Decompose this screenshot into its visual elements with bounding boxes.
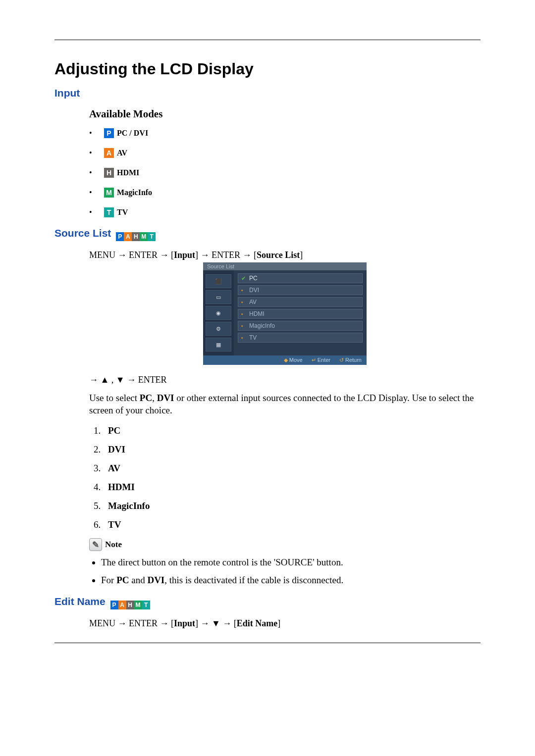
osd-body: ⬛ ▭ ◉ ⚙ ▦ ✔PC ▪DVI ▪AV ▪HDMI ▪MagicInfo … [203,270,367,355]
section-heading-input: Input [54,87,481,99]
section-heading-edit-name: Edit Name P A H M T [54,596,481,609]
osd-row: ▪MagicInfo [238,321,363,331]
available-modes-heading: Available Modes [89,108,481,120]
top-rule [54,40,481,40]
strip-icon-m: M [134,601,142,609]
mode-icon-p: P [104,128,114,138]
modes-list: • P PC / DVI • A AV • H HDMI • M MagicIn… [89,128,481,217]
edit-name-title: Edit Name [54,596,106,607]
osd-row: ▪TV [238,333,363,343]
edit-name-block: MENU → ENTER → [Input] → ▼ → [Edit Name] [89,618,481,629]
osd-side-icon: ▭ [206,290,231,304]
sources-ordered-list: PC DVI AV HDMI MagicInfo TV [89,425,481,530]
mode-label-av: AV [117,149,127,157]
mode-item-pc: • P PC / DVI [89,128,481,138]
osd-side-icons: ⬛ ▭ ◉ ⚙ ▦ [203,270,234,355]
osd-row: ▪HDMI [238,309,363,319]
note-item: The direct button on the remote control … [101,557,481,568]
page: Adjusting the LCD Display Input Availabl… [0,0,535,663]
list-item: HDMI [103,482,481,493]
mode-icon-a: A [104,148,114,158]
strip-icon-h: H [132,232,140,241]
mode-strip-source-list: P A H M T [116,232,156,241]
source-list-block: MENU → ENTER → [Input] → ENTER → [Source… [89,250,481,586]
osd-row: ▪AV [238,297,363,307]
mode-item-tv: • T TV [89,207,481,217]
strip-icon-a: A [118,601,126,609]
mode-label-hdmi: HDMI [117,168,139,177]
osd-row: ▪DVI [238,285,363,295]
mode-icon-t: T [104,207,114,217]
strip-icon-m: M [140,232,148,241]
strip-icon-a: A [124,232,132,241]
mode-item-av: • A AV [89,148,481,158]
list-item: TV [103,519,481,530]
mode-label-magicinfo: MagicInfo [117,188,152,197]
input-block: Available Modes • P PC / DVI • A AV • H … [89,108,481,217]
strip-icon-t: T [142,601,150,609]
note-icon: ✎ [89,538,102,551]
list-item: DVI [103,444,481,455]
source-list-description: Use to select PC, DVI or other external … [89,392,481,416]
osd-list: ✔PC ▪DVI ▪AV ▪HDMI ▪MagicInfo ▪TV [234,270,367,355]
mode-icon-m: M [104,188,114,198]
note-item: For PC and DVI, this is deactivated if t… [101,575,481,586]
notes-list: The direct button on the remote control … [89,557,481,586]
list-item: AV [103,463,481,474]
mode-item-magicinfo: • M MagicInfo [89,188,481,198]
mode-item-hdmi: • H HDMI [89,168,481,178]
menu-path-source-list: MENU → ENTER → [Input] → ENTER → [Source… [89,250,481,260]
page-title: Adjusting the LCD Display [54,60,481,78]
list-item: MagicInfo [103,501,481,511]
osd-screenshot: Source List ⬛ ▭ ◉ ⚙ ▦ ✔PC ▪DVI ▪AV ▪HDMI… [203,262,367,365]
osd-side-icon: ◉ [206,306,231,320]
strip-icon-p: P [116,232,124,241]
bottom-rule [54,643,481,643]
section-heading-source-list: Source List P A H M T [54,227,481,241]
nav-arrows-line: → ▲ , ▼ → ENTER [89,375,481,385]
osd-footer: ◆Move ↵Enter ↺Return [203,355,367,365]
menu-path-edit-name: MENU → ENTER → [Input] → ▼ → [Edit Name] [89,618,481,629]
osd-side-icon: ▦ [206,338,231,352]
mode-label-pc: PC / DVI [117,129,148,138]
note-label: Note [105,540,122,550]
strip-icon-t: T [148,232,156,241]
mode-icon-h: H [104,168,114,178]
source-list-title: Source List [54,227,111,239]
mode-strip-edit-name: P A H M T [110,601,150,609]
osd-side-icon: ⚙ [206,322,231,336]
osd-header: Source List [203,262,367,270]
mode-label-tv: TV [117,208,128,217]
osd-row: ✔PC [238,273,363,283]
osd-side-icon: ⬛ [206,274,231,288]
strip-icon-h: H [126,601,134,609]
note-heading: ✎ Note [89,538,481,551]
strip-icon-p: P [110,601,118,609]
list-item: PC [103,425,481,436]
